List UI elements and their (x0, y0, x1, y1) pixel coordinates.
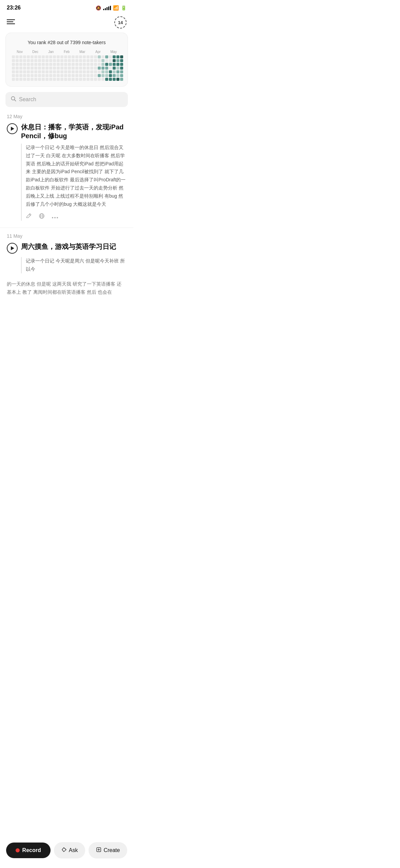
grid-cell (45, 59, 49, 62)
grid-cell (87, 70, 90, 73)
grid-cell (31, 63, 34, 66)
grid-cell (109, 78, 112, 81)
grid-cell (34, 74, 37, 77)
grid-cell (83, 74, 86, 77)
grid-cell (79, 67, 82, 70)
grid-cell (101, 63, 104, 66)
grid-cell (90, 78, 93, 81)
activity-card: You rank #28 out of 7399 note-takers Nov… (5, 33, 128, 87)
grid-col (12, 55, 15, 81)
grid-cell (38, 74, 41, 77)
note-content-wrapper-1: 记录一个日记 今天是唯一的休息日 然后混合又过了一天 白天呢 在大多数时间在听播… (21, 144, 127, 221)
grid-cell (42, 74, 45, 77)
grid-cell (72, 78, 75, 81)
grid-col (113, 55, 116, 81)
grid-cell (34, 78, 37, 81)
grid-col (90, 55, 93, 81)
grid-cell (49, 70, 52, 73)
grid-cell (53, 74, 56, 77)
grid-col (49, 55, 52, 81)
date-label-1: 12 May (0, 114, 133, 119)
badge-count[interactable]: 14 (114, 16, 127, 29)
grid-cell (120, 55, 123, 58)
grid-col (109, 55, 112, 81)
grid-cell (45, 55, 49, 58)
divider-1 (0, 228, 133, 228)
grid-cell (120, 67, 123, 70)
grid-cell (42, 63, 45, 66)
grid-cell (16, 74, 19, 77)
grid-cell (83, 55, 86, 58)
grid-cell (64, 74, 67, 77)
grid-cell (42, 67, 45, 70)
grid-cell (101, 59, 104, 62)
battery-icon: 🔋 (121, 5, 127, 11)
grid-col (64, 55, 67, 81)
grid-cell (12, 78, 15, 81)
note-entry-2: 周六摸鱼，游戏与英语学习日记 记录一个日记 今天呢是周六 但是呢今天补班 所以今 (0, 242, 133, 273)
status-bar: 23:26 🔕 📶 🔋 (0, 0, 133, 14)
grid-cell (12, 70, 15, 73)
grid-cell (98, 67, 101, 70)
grid-cell (75, 59, 78, 62)
grid-col (83, 55, 86, 81)
grid-cell (68, 55, 71, 58)
search-icon (11, 96, 16, 103)
grid-col (57, 55, 60, 81)
grid-cell (116, 59, 119, 62)
status-icons: 🔕 📶 🔋 (96, 5, 127, 11)
grid-cell (34, 63, 37, 66)
grid-cell (105, 63, 108, 66)
grid-cell (113, 78, 116, 81)
search-box[interactable]: Search (5, 92, 128, 107)
grid-cell (34, 55, 37, 58)
grid-cell (23, 55, 26, 58)
grid-cell (53, 55, 56, 58)
grid-cell (98, 59, 101, 62)
grid-cell (12, 67, 15, 70)
grid-cell (19, 59, 22, 62)
grid-col (27, 55, 30, 81)
grid-cell (116, 70, 119, 73)
grid-cell (64, 78, 67, 81)
grid-cell (31, 59, 34, 62)
grid-cell (94, 67, 97, 70)
grid-cell (19, 70, 22, 73)
grid-cell (38, 63, 41, 66)
grid-cell (16, 63, 19, 66)
svg-point-10 (54, 217, 56, 218)
grid-cell (16, 78, 19, 81)
grid-cell (38, 55, 41, 58)
grid-cell (68, 78, 71, 81)
grid-cell (16, 59, 19, 62)
grid-cell (79, 78, 82, 81)
grid-cell (113, 67, 116, 70)
more-icon[interactable] (52, 213, 58, 220)
grid-cell (79, 74, 82, 77)
grid-cell (79, 55, 82, 58)
play-button-2[interactable] (7, 243, 18, 254)
grid-col (68, 55, 71, 81)
grid-col (120, 55, 123, 81)
grid-cell (68, 67, 71, 70)
activity-title: You rank #28 out of 7399 note-takers (12, 40, 121, 45)
grid-cell (16, 55, 19, 58)
edit-icon[interactable] (26, 213, 32, 221)
menu-button[interactable] (7, 19, 15, 26)
grid-cell (75, 55, 78, 58)
grid-cell (68, 70, 71, 73)
grid-cell (109, 67, 112, 70)
grid-cell (83, 78, 86, 81)
grid-cell (98, 70, 101, 73)
month-labels: Nov Dec Jan Feb Mar Apr May (12, 50, 121, 54)
grid-cell (60, 63, 63, 66)
grid-cell (23, 74, 26, 77)
play-button-1[interactable] (7, 123, 18, 134)
grid-cell (31, 55, 34, 58)
link-icon[interactable] (39, 213, 45, 221)
grid-cell (94, 63, 97, 66)
grid-cell (120, 70, 123, 73)
grid-col (98, 55, 101, 81)
grid-cell (57, 78, 60, 81)
grid-cell (19, 67, 22, 70)
